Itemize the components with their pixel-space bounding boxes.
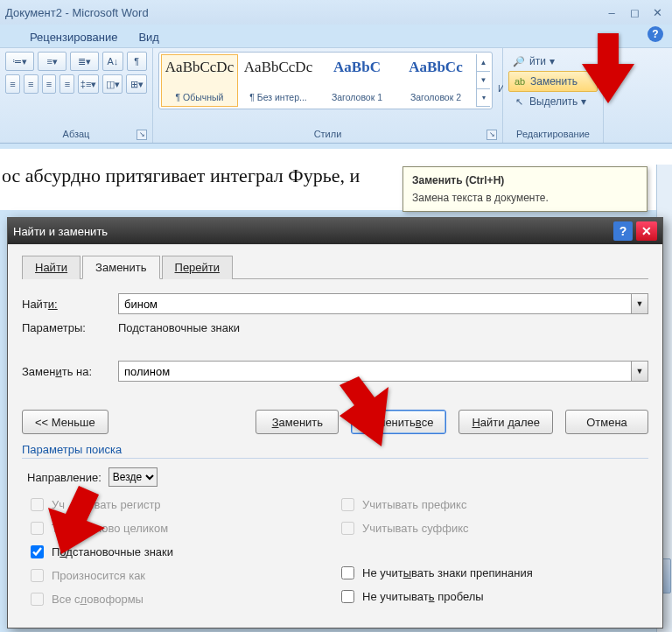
dialog-tab-find[interactable]: Найти bbox=[22, 256, 80, 279]
group-label-styles: Стили ↘ bbox=[158, 127, 497, 141]
style-heading2[interactable]: AaBbCc Заголовок 2 bbox=[397, 54, 474, 107]
chk-ignore-punct[interactable]: Не учитывать знаки препинания bbox=[338, 564, 648, 582]
replace-label: Заменить на: bbox=[22, 365, 118, 378]
bullet-list-button[interactable]: ≔▾ bbox=[5, 52, 34, 71]
help-icon[interactable]: ? bbox=[648, 26, 663, 42]
svg-marker-2 bbox=[48, 486, 105, 554]
chk-ignore-spaces[interactable]: Не учитывать пробелы bbox=[338, 587, 648, 606]
multilevel-list-button[interactable]: ≣▾ bbox=[70, 52, 99, 71]
dialog-titlebar[interactable]: Найти и заменить ? ✕ bbox=[8, 218, 662, 244]
sort-button[interactable]: A↓ bbox=[102, 52, 122, 71]
line-spacing-button[interactable]: ‡≡▾ bbox=[78, 74, 99, 94]
dialog-tabs: Найти Заменить Перейти bbox=[22, 255, 648, 279]
tooltip-body: Замена текста в документе. bbox=[412, 192, 638, 204]
annotation-arrow-2 bbox=[340, 376, 396, 446]
chk-word-forms: Все словоформы bbox=[27, 590, 338, 608]
styles-gallery[interactable]: AaBbCcDc ¶ Обычный AaBbCcDc ¶ Без интер.… bbox=[158, 52, 493, 109]
find-label: Найти: bbox=[22, 298, 118, 311]
chk-prefix: Учитывать префикс bbox=[338, 495, 648, 514]
close-button[interactable]: ✕ bbox=[648, 5, 667, 19]
replace-dropdown[interactable]: ▼ bbox=[631, 361, 648, 382]
dialog-tab-replace[interactable]: Заменить bbox=[82, 256, 159, 279]
search-params-heading: Параметры поиска bbox=[22, 443, 648, 459]
chk-sounds-like: Произносится как bbox=[27, 566, 338, 585]
svg-marker-0 bbox=[582, 33, 634, 103]
align-right-button[interactable]: ≡ bbox=[42, 74, 57, 94]
group-styles: AaBbCcDc ¶ Обычный AaBbCcDc ¶ Без интер.… bbox=[153, 48, 503, 143]
title-bar: Документ2 - Microsoft Word – ◻ ✕ bbox=[0, 0, 672, 25]
styles-dialog-launcher[interactable]: ↘ bbox=[486, 130, 497, 140]
find-replace-dialog: Найти и заменить ? ✕ Найти Заменить Пере… bbox=[7, 217, 663, 628]
minimize-button[interactable]: – bbox=[602, 5, 621, 19]
dialog-tab-goto[interactable]: Перейти bbox=[162, 256, 234, 279]
group-label-editing: Редактирование bbox=[508, 127, 598, 141]
annotation-arrow-1 bbox=[582, 33, 634, 103]
gallery-scroll[interactable]: ▲▼▾ bbox=[476, 54, 490, 107]
tab-view[interactable]: Вид bbox=[135, 27, 163, 47]
align-center-button[interactable]: ≡ bbox=[24, 74, 38, 94]
svg-marker-1 bbox=[340, 376, 388, 446]
align-left-button[interactable]: ≡ bbox=[5, 74, 20, 94]
cursor-icon: ↖ bbox=[512, 95, 526, 109]
dialog-title: Найти и заменить bbox=[13, 225, 108, 238]
direction-label: Направление: bbox=[27, 471, 102, 484]
chk-suffix: Учитывать суффикс bbox=[338, 519, 648, 537]
replace-one-button[interactable]: Заменить bbox=[256, 410, 339, 434]
ribbon: ≔▾ ≡▾ ≣▾ A↓ ¶ ≡ ≡ ≡ ≡ ‡≡▾ ◫▾ ⊞▾ Абзац ↘ … bbox=[0, 47, 672, 144]
show-marks-button[interactable]: ¶ bbox=[127, 52, 147, 71]
group-paragraph: ≔▾ ≡▾ ≣▾ A↓ ¶ ≡ ≡ ≡ ≡ ‡≡▾ ◫▾ ⊞▾ Абзац ↘ bbox=[0, 48, 153, 143]
align-justify-button[interactable]: ≡ bbox=[60, 74, 74, 94]
dialog-close-button[interactable]: ✕ bbox=[636, 221, 657, 241]
tooltip-title: Заменить (Ctrl+H) bbox=[412, 174, 638, 186]
shading-button[interactable]: ◫▾ bbox=[102, 74, 123, 94]
cancel-button[interactable]: Отмена bbox=[565, 410, 648, 434]
params-label: Параметры: bbox=[22, 321, 118, 334]
style-no-spacing[interactable]: AaBbCcDc ¶ Без интер... bbox=[240, 54, 317, 107]
ribbon-tabs: Рецензирование Вид ? bbox=[0, 25, 672, 47]
tooltip-replace: Заменить (Ctrl+H) Замена текста в докуме… bbox=[402, 166, 648, 212]
style-heading1[interactable]: AaBbC Заголовок 1 bbox=[318, 54, 396, 107]
params-value: Подстановочные знаки bbox=[118, 321, 240, 334]
group-label-paragraph: Абзац ↘ bbox=[5, 127, 147, 141]
style-normal[interactable]: AaBbCcDc ¶ Обычный bbox=[161, 54, 238, 107]
binoculars-icon: 🔎 bbox=[512, 54, 526, 68]
direction-select[interactable]: Везде bbox=[108, 467, 158, 487]
maximize-button[interactable]: ◻ bbox=[625, 5, 644, 19]
find-dropdown[interactable]: ▼ bbox=[631, 293, 648, 314]
less-button[interactable]: << Меньше bbox=[22, 410, 108, 434]
replace-icon: ab bbox=[513, 74, 527, 88]
paragraph-dialog-launcher[interactable]: ↘ bbox=[136, 130, 147, 140]
app-title: Документ2 - Microsoft Word bbox=[5, 6, 149, 19]
find-next-button[interactable]: Найти далее bbox=[458, 410, 553, 434]
dialog-help-button[interactable]: ? bbox=[613, 221, 633, 241]
find-input[interactable] bbox=[118, 293, 631, 314]
borders-button[interactable]: ⊞▾ bbox=[126, 74, 147, 94]
annotation-arrow-3 bbox=[48, 486, 105, 554]
tab-review[interactable]: Рецензирование bbox=[26, 27, 121, 47]
numbered-list-button[interactable]: ≡▾ bbox=[38, 52, 66, 71]
